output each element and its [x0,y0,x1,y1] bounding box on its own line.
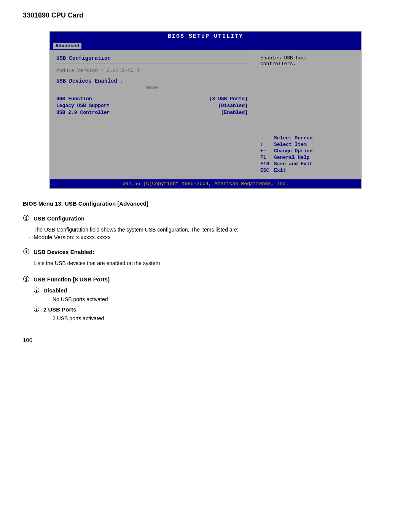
page-number: 100 [23,337,388,343]
bios-section-title: USB Configuration [56,55,248,61]
doc-bullet-text: Module Version: x.xxxxx.xxxxx [33,234,111,240]
bios-devices-label: USB Devices Enabled : [56,78,248,84]
bios-key-desc: Exit [274,168,286,173]
bios-option-label: Legacy USB Support [56,103,110,109]
bios-key-symbol: F1 [260,155,274,160]
bios-key-desc: Select Item [274,142,307,147]
bios-divider [56,64,248,64]
bios-devices-value: None [56,85,248,91]
bios-key-desc: General Help [274,155,310,160]
doc-bullet-dot: ◦ [29,235,30,240]
doc-item-body: The USB Configuration field shows the sy… [33,225,388,234]
bios-key-symbol: +- [260,148,274,154]
doc-item-body: Lists the USB devices that are enabled o… [33,259,388,267]
doc-sub-item: 🛈DisabledNo USB ports activated [23,287,388,302]
bios-key-symbol: ESC [260,168,274,173]
bios-option-label: USB Function [56,96,92,102]
bios-option-value: [Disabled] [218,103,248,109]
doc-item-icon: 🛈 [23,248,30,256]
bios-keybindings: ↔Select Screen↕Select Item+-Change Optio… [260,135,355,174]
bios-key-symbol: ↕ [260,142,274,147]
doc-sub-item-title: Disabled [43,287,67,294]
bios-footer: v02.56 (C)Copyright 1985-2004, American … [50,179,361,188]
bios-left-panel: USB Configuration Module Version - 2.24.… [50,50,254,179]
doc-sub-item-desc: 2 USB ports activated [53,315,388,321]
doc-item-usb-devices-enabled: 🛈USB Devices Enabled:Lists the USB devic… [23,248,388,267]
bios-key-row: +-Change Option [260,148,355,154]
bios-option-label: USB 2.0 Controller [56,110,110,115]
doc-item-usb-configuration: 🛈USB ConfigurationThe USB Configuration … [23,214,388,240]
doc-item-title: USB Devices Enabled: [33,249,94,255]
bios-menu-advanced[interactable]: Advanced [53,43,81,49]
bios-screen: BIOS SETUP UTILITY Advanced USB Configur… [49,31,362,189]
doc-sub-item-header: 🛈2 USB Ports [23,306,388,313]
doc-item-usb-function: 🛈USB Function [8 USB Ports]🛈DisabledNo U… [23,275,388,321]
bios-right-panel: Enables USB hostcontrollers. ↔Select Scr… [254,50,361,179]
bios-key-symbol: F10 [260,161,274,167]
bios-option-row: USB Function[8 USB Ports] [56,96,248,102]
doc-item-header: 🛈USB Function [8 USB Ports] [23,275,388,283]
doc-sub-item-header: 🛈Disabled [23,287,388,294]
bios-key-row: F1General Help [260,155,355,160]
bios-title-bar: BIOS SETUP UTILITY [50,32,361,41]
bios-key-row: ESCExit [260,168,355,173]
bios-key-row: ↔Select Screen [260,135,355,141]
bios-option-value: [8 USB Ports] [209,96,248,102]
bios-option-row: Legacy USB Support[Disabled] [56,103,248,109]
doc-sub-item-title: 2 USB Ports [43,306,76,313]
doc-sub-item-icon: 🛈 [33,287,40,294]
page-title: 3301690 CPU Card [23,11,388,19]
bios-menu-bar: Advanced [50,41,361,50]
bios-key-row: F10Save and Exit [260,161,355,167]
doc-sub-item: 🛈2 USB Ports2 USB ports activated [23,306,388,321]
doc-item-title: USB Function [8 USB Ports] [33,276,110,283]
bios-key-symbol: ↔ [260,135,274,141]
doc-section: BIOS Menu 13: USB Configuration [Advance… [23,200,388,321]
bios-key-row: ↕Select Item [260,142,355,147]
bios-key-desc: Select Screen [274,135,312,141]
doc-sub-item-desc: No USB ports activated [53,296,388,302]
bios-options-table: USB Function[8 USB Ports]Legacy USB Supp… [56,96,248,115]
bios-body: USB Configuration Module Version - 2.24.… [50,50,361,179]
doc-item-header: 🛈USB Configuration [23,214,388,222]
doc-bullet: ◦Module Version: x.xxxxx.xxxxx [29,234,388,240]
bios-key-desc: Change Option [274,148,312,154]
doc-menu-title: BIOS Menu 13: USB Configuration [Advance… [23,200,388,207]
bios-option-row: USB 2.0 Controller[Enabled] [56,110,248,115]
doc-item-header: 🛈USB Devices Enabled: [23,248,388,256]
doc-item-icon: 🛈 [23,275,30,283]
doc-sub-item-icon: 🛈 [33,306,40,313]
doc-item-title: USB Configuration [33,215,84,222]
doc-item-icon: 🛈 [23,214,30,222]
doc-items-container: 🛈USB ConfigurationThe USB Configuration … [23,214,388,321]
bios-option-value: [Enabled] [221,110,248,115]
page-container: 3301690 CPU Card BIOS SETUP UTILITY Adva… [0,0,411,355]
bios-module-version: Module Version - 2.24.0-10.4 [56,68,248,73]
bios-help-text: Enables USB hostcontrollers. [260,55,355,67]
bios-key-desc: Save and Exit [274,161,312,167]
